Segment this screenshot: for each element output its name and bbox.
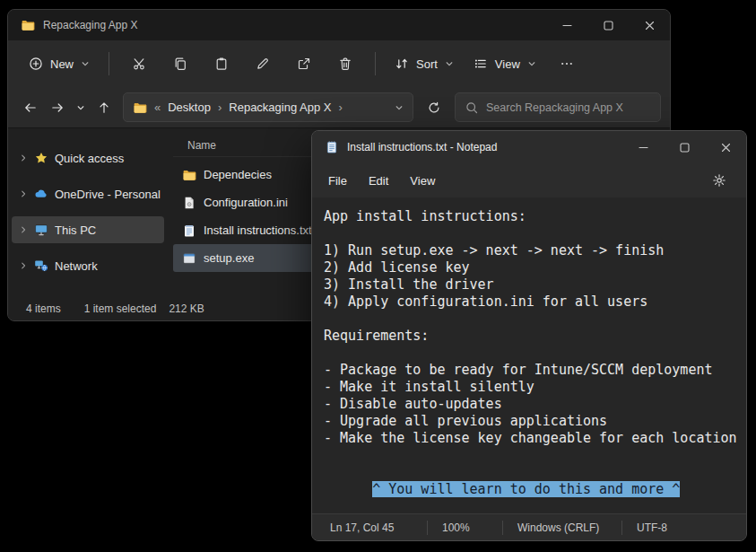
breadcrumb-desktop[interactable]: Desktop	[168, 101, 211, 114]
editor-line[interactable]: - Make it install silently	[324, 379, 746, 396]
file-name: Install instructions.txt	[204, 223, 312, 237]
notepad-window-title: Install instructions.txt - Notepad	[347, 141, 497, 153]
line-ending-type: Windows (CRLF)	[502, 521, 621, 535]
copy-button[interactable]	[160, 47, 201, 81]
search-input[interactable]	[486, 101, 651, 114]
rename-button[interactable]	[242, 47, 283, 81]
explorer-window-controls	[546, 10, 670, 40]
paste-icon	[214, 57, 229, 71]
breadcrumb-current-folder[interactable]: Repackaging App X	[229, 101, 331, 114]
explorer-command-bar: New Sort View	[8, 40, 670, 87]
editor[interactable]: App install instructions:1) Run setup.ex…	[312, 197, 746, 513]
editor-line[interactable]	[324, 464, 746, 481]
cut-button[interactable]	[118, 47, 160, 81]
sidebar-item-label: This PC	[55, 223, 96, 237]
breadcrumb-separator[interactable]: ›	[218, 101, 222, 114]
more-icon	[560, 57, 574, 71]
breadcrumb-overflow[interactable]: «	[154, 101, 161, 114]
editor-line[interactable]	[324, 225, 746, 242]
editor-line[interactable]: - Make the license key changeable for ea…	[324, 430, 746, 447]
close-icon	[645, 21, 655, 31]
sidebar-item-quick-access[interactable]: Quick access	[12, 145, 164, 171]
editor-line[interactable]: - Package to be ready for Intune/SCCM de…	[324, 362, 746, 379]
editor-line[interactable]: App install instructions:	[324, 208, 746, 225]
name-column-label: Name	[187, 139, 216, 152]
editor-line[interactable]: ^ You will learn to do this and more ^	[324, 481, 746, 498]
file-name: setup.exe	[204, 251, 254, 265]
sidebar-item-onedrive-personal[interactable]: OneDrive - Personal	[12, 180, 164, 207]
recent-locations-button[interactable]	[71, 93, 91, 122]
explorer-titlebar[interactable]: Repackaging App X	[8, 10, 670, 40]
editor-line[interactable]: 4) Apply configuration.ini for all users	[324, 294, 746, 311]
new-button[interactable]: New	[19, 48, 100, 79]
minimize-icon	[639, 143, 648, 153]
editor-line[interactable]: - Upgrade all previous applications	[324, 413, 746, 430]
editor-line[interactable]: 2) Add license key	[324, 259, 746, 276]
sort-button[interactable]: Sort	[385, 48, 464, 79]
copy-icon	[173, 57, 187, 71]
paste-button[interactable]	[201, 47, 242, 81]
delete-button[interactable]	[325, 47, 366, 81]
share-icon	[297, 57, 311, 71]
selected-text: ^ You will learn to do this and more ^	[372, 481, 680, 497]
chevron-down-icon	[445, 59, 454, 68]
file-name: Dependecies	[204, 168, 272, 181]
editor-line[interactable]	[324, 311, 746, 328]
folder-icon	[133, 101, 147, 115]
explorer-window-title: Repackaging App X	[43, 19, 137, 31]
chevron-right-icon[interactable]	[19, 189, 28, 198]
menu-file[interactable]: File	[317, 168, 358, 194]
monitor-icon	[33, 223, 49, 237]
notepad-titlebar[interactable]: Install instructions.txt - Notepad	[312, 131, 746, 163]
file-name: Configuration.ini	[204, 196, 288, 209]
up-icon	[97, 101, 111, 115]
maximize-button[interactable]	[664, 131, 705, 163]
gear-icon[interactable]	[712, 173, 726, 188]
breadcrumb-separator[interactable]: ›	[338, 101, 342, 114]
folder-icon	[182, 168, 196, 182]
menu-view[interactable]: View	[399, 168, 446, 194]
close-button[interactable]	[629, 10, 670, 40]
toolbar-divider	[109, 52, 109, 75]
editor-line[interactable]	[324, 447, 746, 464]
back-button[interactable]	[17, 93, 44, 122]
maximize-button[interactable]	[587, 10, 629, 40]
editor-line[interactable]: Requirements:	[324, 328, 746, 345]
chevron-right-icon[interactable]	[19, 153, 28, 162]
encoding: UTF-8	[621, 521, 746, 535]
menu-edit[interactable]: Edit	[358, 168, 399, 194]
minimize-button[interactable]	[622, 131, 664, 163]
network-icon	[33, 258, 49, 273]
zoom-level: 100%	[427, 521, 502, 535]
rename-icon	[256, 57, 270, 71]
chevron-down-icon	[81, 59, 90, 68]
search-icon	[465, 101, 479, 115]
plus-icon	[29, 57, 43, 71]
close-button[interactable]	[705, 131, 746, 163]
share-button[interactable]	[283, 47, 325, 81]
editor-line[interactable]	[324, 345, 746, 362]
more-options-button[interactable]	[546, 47, 587, 81]
notepad-app-icon	[325, 140, 339, 154]
chevron-right-icon[interactable]	[19, 261, 28, 270]
refresh-icon	[427, 101, 441, 115]
address-bar[interactable]: « Desktop › Repackaging App X ›	[123, 92, 413, 122]
editor-line[interactable]: - Disable auto-updates	[324, 396, 746, 413]
folder-icon	[21, 18, 35, 32]
up-button[interactable]	[91, 93, 117, 122]
cut-icon	[132, 57, 146, 71]
notepad-menubar: File Edit View	[312, 163, 746, 197]
back-icon	[23, 101, 38, 115]
view-button-label: View	[495, 57, 520, 71]
forward-button[interactable]	[44, 93, 71, 122]
sidebar-item-this-pc[interactable]: This PC	[12, 216, 164, 243]
view-button[interactable]: View	[464, 48, 546, 79]
sidebar-item-network[interactable]: Network	[12, 252, 164, 279]
minimize-button[interactable]	[546, 10, 587, 40]
search-box[interactable]	[455, 92, 661, 122]
editor-line[interactable]: 1) Run setup.exe -> next -> next -> fini…	[324, 242, 746, 259]
chevron-down-icon[interactable]	[395, 103, 404, 112]
editor-line[interactable]: 3) Install the driver	[324, 276, 746, 294]
refresh-button[interactable]	[421, 93, 448, 122]
chevron-right-icon[interactable]	[19, 225, 28, 234]
